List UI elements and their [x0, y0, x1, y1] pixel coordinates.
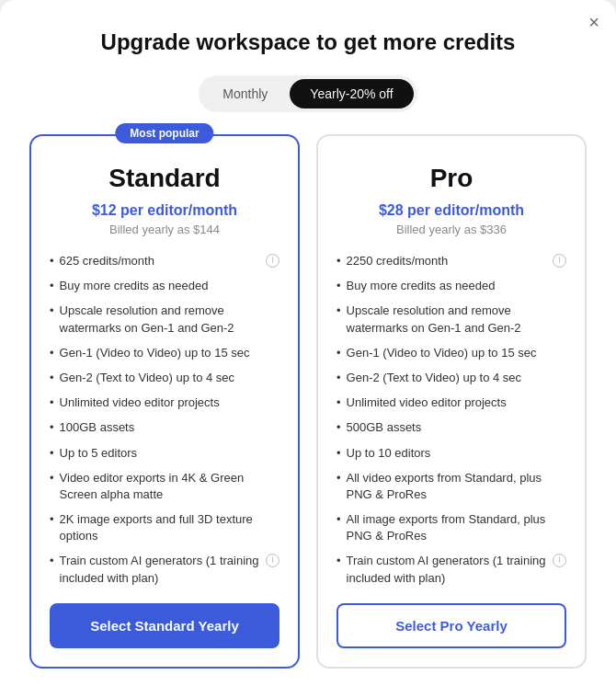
- standard-plan-price: $12 per editor/month: [50, 202, 279, 219]
- list-item: Gen-2 (Text to Video) up to 4 sec: [50, 370, 279, 386]
- list-item: 2250 credits/month i: [337, 253, 566, 269]
- standard-plan-name: Standard: [50, 164, 279, 193]
- list-item: Gen-1 (Video to Video) up to 15 sec: [50, 345, 279, 361]
- list-item: 100GB assets: [50, 419, 279, 436]
- list-item: Upscale resolution and remove watermarks…: [337, 303, 566, 336]
- pro-features-list: 2250 credits/month i Buy more credits as…: [337, 253, 566, 587]
- yearly-toggle-btn[interactable]: Yearly-20% off: [290, 79, 413, 109]
- list-item: Unlimited video editor projects: [50, 394, 279, 411]
- list-item: Train custom AI generators (1 training i…: [50, 553, 279, 586]
- list-item: 2K image exports and full 3D texture opt…: [50, 511, 279, 544]
- plans-container: Most popular Standard $12 per editor/mon…: [29, 134, 587, 669]
- upgrade-modal: × Upgrade workspace to get more credits …: [0, 0, 616, 686]
- billing-toggle-row: Monthly Yearly-20% off: [29, 75, 587, 112]
- billing-toggle: Monthly Yearly-20% off: [199, 75, 416, 112]
- list-item: All video exports from Standard, plus PN…: [337, 470, 566, 503]
- info-icon[interactable]: i: [266, 554, 279, 567]
- list-item: Up to 10 editors: [337, 445, 566, 462]
- list-item: All image exports from Standard, plus PN…: [337, 511, 566, 544]
- pro-plan-billed: Billed yearly as $336: [337, 223, 566, 236]
- list-item: Upscale resolution and remove watermarks…: [50, 303, 279, 336]
- standard-plan-billed: Billed yearly as $144: [50, 223, 279, 236]
- modal-title: Upgrade workspace to get more credits: [29, 29, 587, 55]
- list-item: 500GB assets: [337, 419, 566, 436]
- list-item: Buy more credits as needed: [50, 278, 279, 294]
- list-item: Buy more credits as needed: [337, 278, 566, 294]
- list-item: 625 credits/month i: [50, 253, 279, 269]
- select-standard-button[interactable]: Select Standard Yearly: [50, 603, 279, 648]
- info-icon[interactable]: i: [553, 254, 566, 268]
- most-popular-badge: Most popular: [115, 123, 213, 143]
- list-item: Unlimited video editor projects: [337, 394, 566, 411]
- pro-plan-name: Pro: [337, 164, 566, 193]
- list-item: Gen-1 (Video to Video) up to 15 sec: [337, 345, 566, 361]
- pro-plan-card: Pro $28 per editor/month Billed yearly a…: [316, 134, 587, 669]
- info-icon[interactable]: i: [266, 254, 279, 268]
- pro-plan-price: $28 per editor/month: [337, 202, 566, 219]
- select-pro-button[interactable]: Select Pro Yearly: [337, 603, 566, 648]
- list-item: Video editor exports in 4K & Green Scree…: [50, 470, 279, 503]
- close-button[interactable]: ×: [588, 13, 599, 31]
- list-item: Train custom AI generators (1 training i…: [337, 553, 566, 586]
- standard-features-list: 625 credits/month i Buy more credits as …: [50, 253, 279, 587]
- info-icon[interactable]: i: [553, 554, 566, 567]
- standard-plan-card: Most popular Standard $12 per editor/mon…: [29, 134, 300, 669]
- list-item: Up to 5 editors: [50, 445, 279, 462]
- list-item: Gen-2 (Text to Video) up to 4 sec: [337, 370, 566, 386]
- monthly-toggle-btn[interactable]: Monthly: [202, 79, 288, 109]
